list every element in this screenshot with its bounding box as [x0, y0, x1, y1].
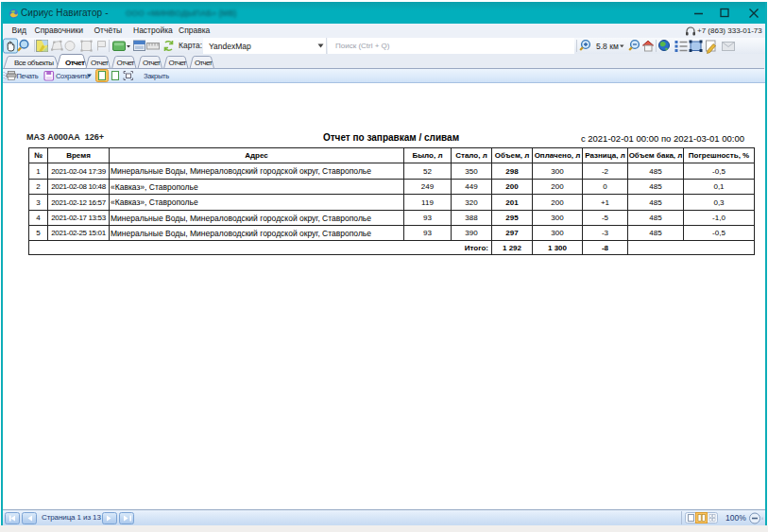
svg-text:Отчет: Отчет	[117, 59, 135, 67]
svg-text:Все объекты: Все объекты	[14, 59, 54, 67]
svg-text:Отчет: Отчет	[195, 59, 213, 67]
svg-text:Отчет: Отчет	[65, 59, 85, 67]
svg-text:Отчет: Отчет	[91, 59, 109, 67]
svg-text:Отчет: Отчет	[169, 59, 187, 67]
svg-text:Отчет: Отчет	[143, 59, 161, 67]
